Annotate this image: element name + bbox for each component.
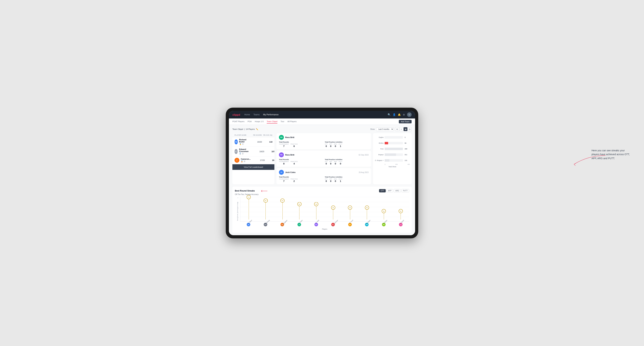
filter-buttons: OTTAPPARGPUTT <box>379 189 409 192</box>
y-axis-label: Best Streak, Fairway Accuracy <box>237 207 238 221</box>
subnav-team-clippd[interactable]: Team Clippd <box>267 120 278 124</box>
filter-btn-ott[interactable]: OTT <box>379 189 386 192</box>
streak-col: 3x R. Butler <box>376 197 392 221</box>
streak-line <box>384 213 384 219</box>
col-pb-score: PB SCORE <box>248 134 262 136</box>
badge-num-2: 2 <box>242 152 244 155</box>
subnav-pga[interactable]: PGA <box>248 120 252 124</box>
streak-line <box>316 206 316 219</box>
leaderboard-panel: PLAYER NAME PB SCORE PB AVG SQ RB Richar… <box>232 133 274 184</box>
streak-line <box>299 206 300 219</box>
bar-container <box>385 148 403 150</box>
streak-line <box>400 213 401 219</box>
search-icon[interactable]: 🔍 <box>388 113 390 116</box>
subnav-pgat[interactable]: PGAT Players <box>232 120 244 124</box>
grid-view-btn[interactable]: ⊞ <box>395 127 399 131</box>
bar-row: Birdies 96 <box>375 142 410 144</box>
streak-columns: 7x E. Ebert 6x B. McHerg 6x D. Billingha… <box>240 197 409 221</box>
activities-label: Total Practice Activities <box>325 141 368 143</box>
annotation-arrow <box>570 154 606 168</box>
streak-col: 3x C. Quick <box>392 197 409 221</box>
show-label: Show <box>370 128 375 130</box>
edit-icon[interactable]: ✏️ <box>256 128 258 130</box>
streak-marker: 5x <box>314 202 318 219</box>
grid-line-3 <box>240 217 409 217</box>
stat-group-activities-0: Total Practice Activities OTT 0 APP 0 <box>325 159 368 165</box>
filter-btn-arg[interactable]: ARG <box>394 189 401 192</box>
streak-circle: 4x <box>365 205 369 210</box>
table-row: EC Edward Crossman 🥈 2 18/20 107 <box>232 147 274 156</box>
practice-label: Practice <box>290 143 298 145</box>
streak-col: 6x D. Billingham <box>274 197 291 221</box>
streak-col: 4x E. Crossman <box>325 197 342 221</box>
device-frame: clippd Home Teams My Performance 🔍 👤 🔔 ⊕… <box>226 108 418 238</box>
card-player-name-1: Josh Coles <box>285 171 357 173</box>
badge-num-3: 3 <box>243 160 246 163</box>
streak-circle: 5x <box>314 202 318 206</box>
chart-x-axis: 0 200 400 <box>375 163 410 165</box>
streak-circle: 4x <box>348 205 352 210</box>
filter-btn-putt[interactable]: PUTT <box>402 189 409 192</box>
annotation-box: Here you can see streaks your players ha… <box>592 149 630 160</box>
card-player-name-first: Rees Britt <box>285 136 368 138</box>
team-name: Team Clippd <box>232 128 243 130</box>
total-rounds-label: Total Rounds <box>279 141 323 143</box>
people-icon[interactable]: 👤 <box>393 113 396 116</box>
bar-row: D. Bogeys + 131 <box>375 159 410 162</box>
leaderboard-header: PLAYER NAME PB SCORE PB AVG SQ <box>232 133 274 137</box>
stat-group-rounds-1: Total Rounds Tournament 7 Practice 2 <box>279 176 323 182</box>
bar-label: Birdies <box>375 142 384 144</box>
player-card-first: RB Rees Britt Total Rounds Tournament 7 <box>276 133 371 149</box>
grid-line-5 <box>240 207 409 207</box>
card-view-btn[interactable]: ▦ <box>404 127 408 131</box>
x-axis-label: Players <box>240 227 409 230</box>
streak-col: 4x M. Mailer <box>358 197 376 221</box>
chart-title: Total Shots <box>375 166 410 168</box>
pb-avg-1: 110 <box>262 141 272 143</box>
bar-label: Bogeys <box>375 154 384 156</box>
activities-row-1: OTT 0 APP 0 ARG 0 <box>325 178 368 182</box>
streaks-subtitle: Off The Tee, Fairway Accuracy <box>235 193 409 195</box>
bar-chart: Eagles 3 Birdies 96 Pars 499 Bogeys 311 … <box>375 135 410 163</box>
pb-score-1: 19/20 <box>248 141 262 143</box>
bell-icon[interactable]: 🔔 <box>398 113 401 116</box>
players-label: Players <box>322 228 327 230</box>
filter-btn-app[interactable]: APP <box>386 189 393 192</box>
subnav-tour[interactable]: Tour <box>280 120 284 124</box>
view-leaderboard-btn[interactable]: View Full Leaderboard <box>232 164 274 170</box>
main-content: Team Clippd | 14 Players ✏️ Show Last 3 … <box>229 125 415 235</box>
avatar-cameron: C <box>234 158 240 163</box>
streaks-section: Best Round Streaks OTTAPPARGPUTT Off The… <box>232 187 412 233</box>
bar-row: Pars 499 <box>375 148 410 150</box>
player-card-0: RB Rees Britt 02 Sep 2023 Total Rounds T… <box>276 151 371 167</box>
nav-home[interactable]: Home <box>244 113 250 117</box>
user-avatar[interactable]: U <box>407 112 412 117</box>
player-details-2: Edward Crossman 🥈 2 <box>239 148 250 155</box>
bar-value: 311 <box>404 154 410 156</box>
subnav-hcaps[interactable]: Hcaps 1-5 <box>255 120 264 124</box>
three-col-layout: PLAYER NAME PB SCORE PB AVG SQ RB Richar… <box>232 133 412 184</box>
player-badge-2: 🥈 2 <box>239 152 250 155</box>
card-date-0: 02 Sep 2023 <box>358 154 368 156</box>
sub-nav-items: PGAT Players PGA Hcaps 1-5 Team Clippd T… <box>232 120 399 124</box>
list-view-btn[interactable]: ≡ <box>399 127 403 131</box>
subnav-all-players[interactable]: All Players <box>288 120 296 124</box>
player-details-1: Richard Butler 🏅 1 <box>239 139 248 145</box>
player-count-value: 14 Players <box>246 128 255 130</box>
streaks-title: Best Round Streaks <box>235 190 255 192</box>
target-icon[interactable]: ⊕ <box>403 113 405 116</box>
streak-col: 6x B. McHerg <box>257 197 274 221</box>
streak-col: 5x R. Britt <box>308 197 325 221</box>
player-count: | <box>244 128 245 130</box>
nav-items: Home Teams My Performance <box>244 113 388 117</box>
team-controls: Show Last 3 months Last 6 months Last ye… <box>370 127 412 131</box>
player-info-2: EC Edward Crossman 🥈 2 <box>234 148 250 155</box>
streak-line <box>350 210 350 219</box>
table-view-btn[interactable]: ⊟ <box>408 127 412 131</box>
player-details-3: Cameron... 🥉 3 <box>241 158 251 163</box>
nav-my-performance[interactable]: My Performance <box>263 113 278 117</box>
nav-teams[interactable]: Teams <box>254 113 260 117</box>
add-team-button[interactable]: Add Team <box>399 120 412 123</box>
view-icons: ⊞ ≡ ▦ ⊟ <box>395 127 412 131</box>
time-filter-dropdown[interactable]: Last 3 months Last 6 months Last year <box>376 127 394 131</box>
